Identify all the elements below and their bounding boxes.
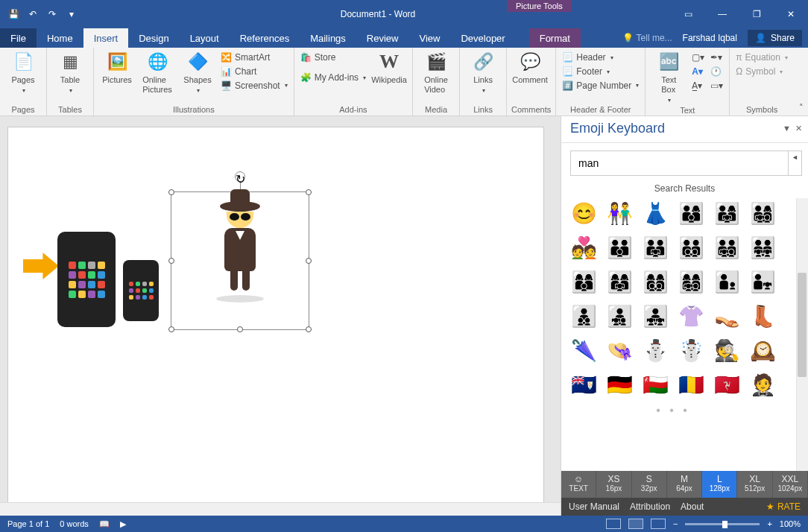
emoji-result[interactable]: 👨‍👧 [748, 267, 777, 297]
symbol-button[interactable]: ΩSymbol▾ [734, 65, 789, 79]
emoji-result[interactable]: 👨‍👦 [712, 267, 742, 297]
emoji-result[interactable]: 🇷🇴 [676, 370, 706, 399]
qat-dropdown-icon[interactable]: ▾ [66, 8, 78, 20]
size-option-xs[interactable]: XS16px [596, 471, 631, 498]
close-icon[interactable]: ✕ [774, 0, 808, 28]
selected-image-frame[interactable]: ↻ [171, 191, 309, 330]
emoji-result[interactable]: 👨‍👨‍👦‍👦 [676, 232, 706, 262]
comment-button[interactable]: 💬Comment [511, 51, 549, 85]
emoji-result[interactable]: 👨‍👩‍👧 [712, 198, 742, 228]
size-option-m[interactable]: M64px [667, 471, 702, 498]
user-manual-link[interactable]: User Manual [569, 501, 619, 512]
search-scroll-up-icon[interactable]: ◄ [789, 151, 802, 176]
emoji-result[interactable]: 👨‍👨‍👧‍👧 [748, 232, 777, 262]
wordart-button[interactable]: A▾ [690, 65, 706, 79]
pane-options-icon[interactable]: ▼ [783, 124, 791, 133]
footer-button[interactable]: 📃Footer▾ [561, 65, 640, 79]
emoji-result[interactable]: 💑 [569, 232, 599, 262]
text-box-button[interactable]: 🔤Text Box▾ [650, 51, 687, 104]
resize-handle-e[interactable] [306, 258, 312, 264]
resize-handle-se[interactable] [306, 326, 312, 332]
size-option-s[interactable]: S32px [632, 471, 667, 498]
shapes-button[interactable]: 🔷 Shapes▾ [179, 51, 216, 95]
emoji-result[interactable]: 😊 [569, 198, 599, 228]
object-button[interactable]: ▭▾ [709, 79, 725, 93]
emoji-result[interactable]: 👡 [712, 301, 742, 331]
macro-icon[interactable]: ▶ [120, 519, 126, 529]
table-button[interactable]: ▦ Table▾ [51, 51, 89, 95]
collapse-ribbon-icon[interactable]: ˄ [795, 100, 808, 115]
emoji-result[interactable]: 🕰️ [748, 335, 777, 365]
zoom-out-icon[interactable]: − [673, 519, 678, 528]
ribbon-display-options-icon[interactable]: ▭ [671, 0, 705, 28]
scrollbar-thumb[interactable] [798, 273, 807, 377]
inserted-spy-emoji[interactable] [206, 201, 274, 303]
tab-home[interactable]: Home [37, 28, 83, 48]
emoji-result[interactable]: 👩‍👩‍👧‍👦 [676, 267, 706, 297]
online-pictures-button[interactable]: 🌐 Online Pictures [139, 51, 176, 95]
resize-handle-w[interactable] [168, 258, 174, 264]
about-link[interactable]: About [681, 501, 704, 512]
emoji-result[interactable]: ⛄ [640, 335, 670, 365]
document-area[interactable]: ↻ [0, 116, 561, 516]
emoji-pane-scrollbar[interactable] [796, 198, 808, 471]
emoji-result[interactable]: ☃️ [676, 335, 706, 365]
wikipedia-button[interactable]: W Wikipedia [370, 51, 408, 85]
tab-view[interactable]: View [408, 28, 450, 48]
tab-references[interactable]: References [230, 28, 300, 48]
emoji-result[interactable]: 👨‍👩‍👦 [676, 198, 706, 228]
emoji-result[interactable]: 🇩🇪 [605, 370, 634, 399]
inserted-phone-small-emoji[interactable] [123, 260, 159, 321]
tab-layout[interactable]: Layout [180, 28, 230, 48]
emoji-result[interactable]: 🇮🇲 [712, 370, 742, 399]
date-time-button[interactable]: 🕐 [709, 65, 725, 79]
tab-file[interactable]: File [0, 28, 37, 48]
resize-handle-nw[interactable] [168, 189, 174, 195]
zoom-in-icon[interactable]: + [767, 519, 771, 528]
size-option-☺[interactable]: ☺TEXT [561, 471, 596, 498]
emoji-result[interactable]: 👫 [605, 198, 634, 228]
word-count[interactable]: 0 words [60, 519, 89, 528]
drop-cap-button[interactable]: A̲▾ [690, 79, 706, 93]
page-count[interactable]: Page 1 of 1 [7, 519, 49, 528]
emoji-result[interactable]: 🕵️ [712, 335, 742, 365]
tab-review[interactable]: Review [356, 28, 409, 48]
tab-format[interactable]: Format [529, 28, 581, 48]
user-name[interactable]: Farshad Iqbal [683, 33, 737, 43]
emoji-result[interactable]: 👨‍👨‍👧 [640, 232, 670, 262]
web-layout-icon[interactable] [651, 519, 666, 529]
store-button[interactable]: 🛍️Store [299, 51, 367, 65]
emoji-result[interactable]: 👒 [605, 335, 634, 365]
size-option-l[interactable]: L128px [702, 471, 737, 498]
tab-design[interactable]: Design [128, 28, 179, 48]
emoji-result[interactable]: 👩‍👩‍👧 [605, 267, 634, 297]
emoji-result[interactable]: 🌂 [569, 335, 599, 365]
emoji-result[interactable]: 👚 [676, 301, 706, 331]
tab-insert[interactable]: Insert [83, 28, 129, 48]
inserted-arrow-emoji[interactable] [23, 253, 59, 279]
horizontal-scrollbar[interactable] [0, 502, 561, 516]
emoji-result[interactable]: 🤵 [748, 370, 777, 399]
inserted-phone-large-emoji[interactable] [57, 232, 116, 327]
resize-handle-ne[interactable] [306, 189, 312, 195]
my-addins-button[interactable]: 🧩My Add-ins▾ [299, 71, 367, 85]
page-number-button[interactable]: #️⃣Page Number▾ [561, 79, 640, 93]
header-button[interactable]: 📃Header▾ [561, 51, 640, 65]
emoji-result[interactable]: 🇴🇲 [640, 370, 670, 399]
rotate-handle[interactable]: ↻ [235, 171, 245, 182]
restore-icon[interactable]: ❐ [739, 0, 774, 28]
emoji-result[interactable]: 👨‍👦‍👦 [569, 301, 599, 331]
redo-icon[interactable]: ↷ [46, 8, 58, 20]
undo-icon[interactable]: ↶ [27, 8, 39, 20]
pane-close-icon[interactable]: ✕ [795, 124, 802, 133]
tab-developer[interactable]: Developer [450, 28, 515, 48]
emoji-result[interactable]: 👨‍👧‍👦 [605, 301, 634, 331]
emoji-search-input[interactable] [570, 151, 789, 176]
pictures-button[interactable]: 🖼️ Pictures [98, 51, 136, 85]
save-icon[interactable]: 💾 [7, 8, 19, 20]
chart-button[interactable]: 📊Chart [219, 65, 289, 79]
size-option-xl[interactable]: XL512px [737, 471, 772, 498]
tab-mailings[interactable]: Mailings [300, 28, 356, 48]
links-button[interactable]: 🔗Links▾ [464, 51, 502, 95]
rate-button[interactable]: ★RATE [766, 501, 801, 512]
